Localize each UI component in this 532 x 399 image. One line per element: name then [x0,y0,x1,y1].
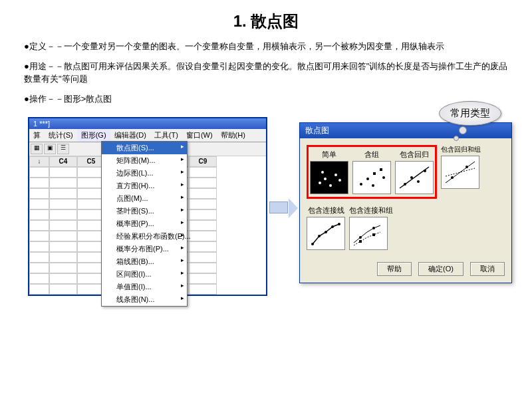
figure-area: 1 ***] 算 统计(S) 图形(G) 编辑器(D) 工具(T) 窗口(W) … [0,112,532,331]
cell[interactable] [49,209,77,220]
menu-editor[interactable]: 编辑器(D) [110,129,150,142]
svg-line-1 [446,162,475,183]
cell[interactable] [49,178,77,188]
window-title: 1 ***] [29,118,266,129]
bullet-usage: ●用途－－散点图可用来评估因果关系。假设自变量引起因变量的变化。散点图可用来回答… [24,60,508,86]
menubar[interactable]: 算 统计(S) 图形(G) 编辑器(D) 工具(T) 窗口(W) 帮助(H) [29,129,266,142]
dropdown-item[interactable]: 矩阵图(M)... [102,154,187,167]
cell[interactable] [49,241,77,252]
minitab-window: 1 ***] 算 统计(S) 图形(G) 编辑器(D) 工具(T) 窗口(W) … [28,117,267,296]
dropdown-item[interactable]: 点图(M)... [102,192,187,205]
column-header[interactable]: C9 [189,156,217,167]
content-area: ●定义－－一个变量对另一个变量的图表。一个变量称自变量，用横轴表示，另一个被称为… [0,40,532,105]
dropdown-item[interactable]: 散点图(S)... [102,142,187,154]
cell[interactable] [189,231,217,241]
cell[interactable] [189,209,217,220]
arrow-icon [269,201,288,213]
cell[interactable] [29,252,49,263]
cell[interactable] [49,273,77,284]
svg-point-6 [331,225,334,228]
toolbar-icon[interactable]: ▣ [44,144,56,154]
menu-help[interactable]: 帮助(H) [217,129,249,142]
scatter-connect-groups-icon [349,217,388,250]
cancel-button[interactable]: 取消 [470,262,505,276]
scatter-regression-icon [395,161,434,194]
column-header[interactable]: C4 [49,156,77,167]
menu-tools[interactable]: 工具(T) [150,129,182,142]
column-header[interactable]: ↓ [29,156,49,167]
cell[interactable] [29,273,49,284]
cell[interactable] [29,167,49,178]
scatter-simple-icon [310,161,348,194]
scatter-reg-groups-icon [441,156,479,189]
cell[interactable] [49,167,77,178]
bullet-definition: ●定义－－一个变量对另一个变量的图表。一个变量称自变量，用横轴表示，另一个被称为… [24,40,508,53]
cell[interactable] [29,263,49,273]
cell[interactable] [49,263,77,273]
cell[interactable] [29,178,49,188]
cell[interactable] [49,220,77,231]
dropdown-item[interactable]: 直方图(H)... [102,180,187,192]
cell[interactable] [189,284,217,295]
cell[interactable] [189,188,217,199]
dropdown-item[interactable]: 区间图(I)... [102,268,187,281]
type-groups[interactable]: 含组 [352,150,391,194]
dropdown-item[interactable]: 线条图(N)... [102,293,187,306]
graph-dropdown[interactable]: 散点图(S)...矩阵图(M)...边际图(L)...直方图(H)...点图(M… [101,141,188,307]
toolbar-icon[interactable]: ☰ [57,144,69,154]
cell[interactable] [29,241,49,252]
cell[interactable] [49,231,77,241]
scatter-connect-icon [307,217,345,250]
cell[interactable] [29,231,49,241]
dropdown-item[interactable]: 单值图(I)... [102,281,187,293]
svg-rect-11 [372,233,375,236]
cell[interactable] [189,241,217,252]
type-regression-groups[interactable]: 包含回归和组 [441,145,481,189]
svg-point-4 [318,235,321,237]
svg-point-7 [338,223,340,225]
cell[interactable] [49,199,77,209]
cell[interactable] [189,167,217,178]
cell[interactable] [189,263,217,273]
cell[interactable] [49,188,77,199]
cell[interactable] [189,252,217,263]
cell[interactable] [29,284,49,295]
ok-button[interactable]: 确定(O) [418,262,464,276]
toolbar-icon[interactable]: ▦ [31,144,43,154]
dropdown-item[interactable]: 箱线图(B)... [102,255,187,268]
cell[interactable] [49,252,77,263]
menu-stat[interactable]: 统计(S) [45,129,77,142]
dropdown-item[interactable]: 茎叶图(S)... [102,205,187,217]
scatter-groups-icon [352,161,391,194]
scatterplot-dialog: 散点图 简单 含组 [299,122,512,283]
cell[interactable] [189,199,217,209]
menu-window[interactable]: 窗口(W) [182,129,217,142]
highlighted-types: 简单 含组 [307,145,437,199]
cell[interactable] [29,209,49,220]
callout-common-types: 常用类型 [439,101,501,126]
dropdown-item[interactable]: 概率分布图(P)... [102,243,187,255]
svg-point-9 [372,227,375,229]
type-simple[interactable]: 简单 [310,150,348,194]
svg-point-8 [359,236,362,239]
menu-graph[interactable]: 图形(G) [77,129,110,142]
cell[interactable] [29,220,49,231]
page-title: 1. 散点图 [0,0,532,40]
cell[interactable] [189,273,217,284]
type-connect-groups[interactable]: 包含连接和组 [349,205,393,250]
type-regression[interactable]: 包含回归 [395,150,434,194]
cell[interactable] [49,284,77,295]
cell[interactable] [189,178,217,188]
callout-label: 常用类型 [439,101,501,126]
menu-calc[interactable]: 算 [29,129,45,142]
cell[interactable] [189,220,217,231]
svg-point-3 [311,243,314,245]
cell[interactable] [29,199,49,209]
cell[interactable] [29,188,49,199]
type-connect[interactable]: 包含连接线 [307,205,345,250]
dropdown-item[interactable]: 概率图(P)... [102,217,187,230]
dropdown-item[interactable]: 边际图(L)... [102,167,187,180]
dropdown-item[interactable]: 经验累积分布函数(E)... [102,230,187,243]
svg-point-5 [325,231,327,233]
help-button[interactable]: 帮助 [377,262,412,276]
